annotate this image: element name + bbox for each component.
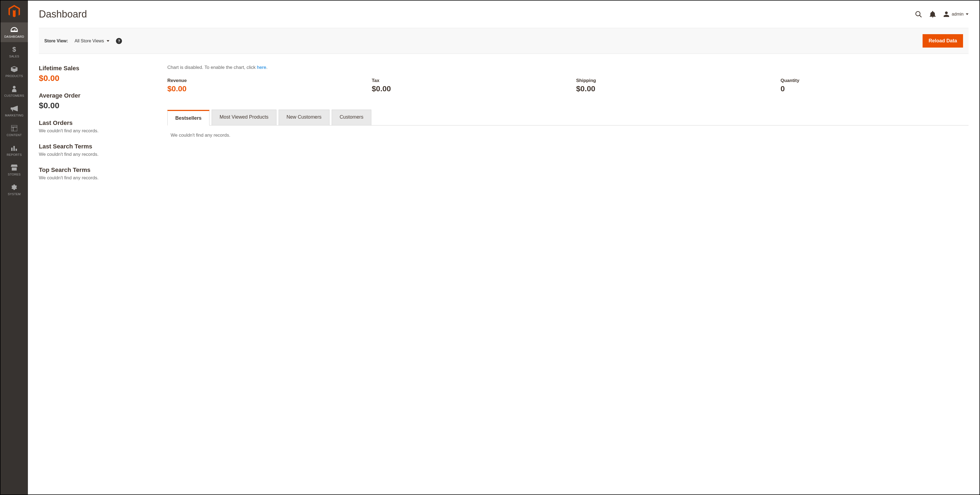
- person-icon: [12, 85, 17, 92]
- nav-label: MARKETING: [5, 114, 24, 117]
- help-icon[interactable]: ?: [116, 38, 122, 44]
- box-icon: [11, 66, 18, 73]
- nav-label: SYSTEM: [8, 192, 21, 196]
- stat-value: $0.00: [576, 84, 764, 93]
- empty-message: We couldn't find any records.: [39, 175, 156, 181]
- dashboard-icon: [11, 26, 18, 33]
- chart-icon: [11, 144, 17, 151]
- sidebar-item-sales[interactable]: $ SALES: [0, 42, 28, 62]
- tab-bestsellers[interactable]: Bestsellers: [167, 110, 210, 125]
- tab-new-customers[interactable]: New Customers: [278, 109, 329, 125]
- nav-label: SALES: [9, 55, 19, 58]
- main-content: Dashboard admin Store View: All S: [28, 0, 980, 495]
- last-orders-block: Last Orders We couldn't find any records…: [39, 119, 156, 134]
- svg-rect-5: [11, 148, 13, 151]
- lifetime-sales-value: $0.00: [39, 73, 156, 83]
- tab-customers[interactable]: Customers: [332, 109, 371, 125]
- stat-tax: Tax $0.00: [372, 78, 560, 93]
- svg-text:$: $: [12, 46, 16, 53]
- stat-value: $0.00: [372, 84, 560, 93]
- sidebar-item-marketing[interactable]: MARKETING: [0, 101, 28, 121]
- store-icon: [11, 164, 18, 171]
- lifetime-sales-block: Lifetime Sales $0.00: [39, 65, 156, 83]
- header-actions: admin: [915, 11, 969, 18]
- store-view-label: Store View:: [44, 38, 68, 43]
- sidebar-item-reports[interactable]: REPORTS: [0, 141, 28, 160]
- block-title: Average Order: [39, 92, 156, 99]
- megaphone-icon: [11, 105, 18, 112]
- stat-label: Tax: [372, 78, 560, 83]
- chart-msg-prefix: Chart is disabled. To enable the chart, …: [167, 65, 257, 70]
- last-search-block: Last Search Terms We couldn't find any r…: [39, 143, 156, 157]
- nav-label: REPORTS: [6, 153, 22, 156]
- nav-label: CUSTOMERS: [5, 94, 24, 97]
- nav-label: DASHBOARD: [5, 35, 24, 38]
- block-title: Last Orders: [39, 119, 156, 127]
- chevron-down-icon: [107, 40, 110, 42]
- stat-quantity: Quantity 0: [781, 78, 969, 93]
- tabs: Bestsellers Most Viewed Products New Cus…: [167, 109, 969, 125]
- stat-label: Revenue: [167, 78, 355, 83]
- page-title: Dashboard: [39, 8, 87, 20]
- stat-revenue: Revenue $0.00: [167, 78, 355, 93]
- average-order-block: Average Order $0.00: [39, 92, 156, 110]
- block-title: Top Search Terms: [39, 167, 156, 174]
- stat-value: $0.00: [167, 84, 355, 93]
- sidebar-item-customers[interactable]: CUSTOMERS: [0, 81, 28, 101]
- empty-message: We couldn't find any records.: [39, 152, 156, 157]
- stat-label: Quantity: [781, 78, 969, 83]
- account-menu[interactable]: admin: [943, 11, 969, 17]
- gear-icon: [11, 184, 18, 191]
- sidebar-item-stores[interactable]: STORES: [0, 160, 28, 180]
- chevron-down-icon: [966, 13, 969, 16]
- stats-row: Revenue $0.00 Tax $0.00 Shipping $0.00 Q…: [167, 78, 969, 93]
- user-icon: [943, 11, 950, 17]
- empty-message: We couldn't find any records.: [39, 128, 156, 134]
- sidebar-item-system[interactable]: SYSTEM: [0, 180, 28, 200]
- block-title: Lifetime Sales: [39, 65, 156, 72]
- svg-rect-7: [16, 149, 17, 151]
- tab-content-empty: We couldn't find any records.: [167, 125, 969, 145]
- store-view-selected: All Store Views: [75, 38, 104, 43]
- magento-logo[interactable]: [0, 0, 28, 22]
- chart-disabled-message: Chart is disabled. To enable the chart, …: [167, 65, 969, 70]
- account-label: admin: [951, 12, 964, 17]
- stat-shipping: Shipping $0.00: [576, 78, 764, 93]
- svg-rect-6: [13, 146, 15, 151]
- block-title: Last Search Terms: [39, 143, 156, 150]
- top-search-block: Top Search Terms We couldn't find any re…: [39, 167, 156, 181]
- nav-label: STORES: [8, 173, 21, 176]
- sidebar-item-dashboard[interactable]: DASHBOARD: [0, 22, 28, 42]
- sidebar: DASHBOARD $ SALES PRODUCTS CUSTOMERS MAR…: [0, 0, 28, 495]
- page-header: Dashboard admin: [39, 0, 969, 28]
- nav-label: CONTENT: [6, 133, 22, 136]
- svg-rect-2: [11, 125, 17, 131]
- search-icon[interactable]: [915, 11, 922, 18]
- stat-label: Shipping: [576, 78, 764, 83]
- nav-label: PRODUCTS: [5, 75, 23, 78]
- store-view-bar: Store View: All Store Views ? Reload Dat…: [39, 28, 969, 54]
- reload-data-button[interactable]: Reload Data: [923, 34, 963, 48]
- dollar-icon: $: [12, 46, 16, 53]
- average-order-value: $0.00: [39, 101, 156, 110]
- layout-icon: [11, 125, 17, 132]
- tab-most-viewed[interactable]: Most Viewed Products: [212, 109, 277, 125]
- stat-value: 0: [781, 84, 969, 93]
- sidebar-item-products[interactable]: PRODUCTS: [0, 62, 28, 81]
- store-view-select[interactable]: All Store Views: [75, 38, 110, 43]
- chart-msg-suffix: .: [266, 65, 268, 70]
- enable-chart-link[interactable]: here: [257, 65, 266, 70]
- sidebar-item-content[interactable]: CONTENT: [0, 121, 28, 141]
- svg-line-9: [920, 15, 921, 17]
- svg-point-1: [13, 86, 16, 89]
- svg-point-8: [916, 11, 920, 16]
- notifications-icon[interactable]: [930, 11, 936, 17]
